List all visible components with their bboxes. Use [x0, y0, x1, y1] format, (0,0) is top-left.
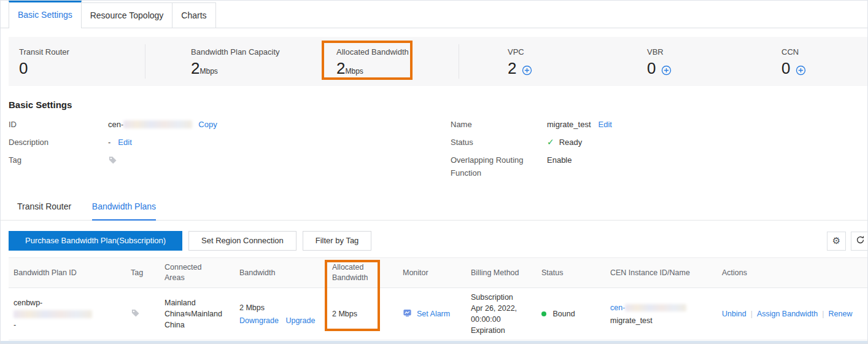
action-separator: | [751, 310, 753, 318]
set-region-connection-button[interactable]: Set Region Connection [188, 231, 296, 251]
col-cen-instance: CEN Instance ID/Name [610, 268, 722, 277]
settings-button[interactable]: ⚙ [827, 232, 846, 251]
bound-status-dot [541, 311, 546, 316]
col-tag: Tag [131, 268, 165, 277]
stat-label: Allocated Bandwidth [336, 47, 409, 57]
add-vbr-icon[interactable] [661, 65, 672, 76]
status-value: Ready [559, 136, 583, 149]
assign-bandwidth-link[interactable]: Assign Bandwidth [757, 310, 818, 318]
cen-instance-id-link[interactable]: cen- [610, 303, 625, 312]
cen-instance-cell: cen- migrate_test [610, 302, 722, 326]
row-tag-icon[interactable] [131, 308, 140, 318]
edit-name-link[interactable]: Edit [599, 118, 612, 131]
copy-id-link[interactable]: Copy [198, 118, 217, 131]
tab-basic-settings[interactable]: Basic Settings [9, 1, 82, 28]
stat-value: 0 [19, 60, 28, 77]
overlapping-routing-value: Enable [547, 154, 572, 179]
basic-settings-heading: Basic Settings [9, 100, 867, 110]
id-label: ID [9, 118, 108, 131]
bandwidth-value: 2 Mbps [239, 302, 326, 313]
col-actions: Actions [722, 268, 867, 277]
status-label: Status [451, 136, 547, 149]
description-value: - [108, 136, 110, 149]
billing-line: Subscription [471, 292, 535, 303]
bandwidth-plans-toolbar: Purchase Bandwidth Plan(Subscription) Se… [9, 231, 867, 251]
bandwidth-cell: 2 Mbps Downgrade Upgrade [239, 302, 332, 326]
description-label: Description [9, 136, 108, 149]
stat-value: 0 [781, 60, 790, 77]
stat-value: 2 [508, 60, 516, 77]
row-tag-cell [131, 308, 165, 319]
ready-check-icon: ✓ [547, 136, 554, 149]
col-connected-areas: Connected Areas [165, 262, 239, 283]
plan-id-redacted [14, 310, 92, 318]
stat-bandwidth-plan-capacity: Bandwidth Plan Capacity 2Mbps [191, 47, 280, 77]
monitor-chart-icon [403, 308, 417, 319]
cen-id-redacted [625, 304, 686, 311]
subtab-bandwidth-plans[interactable]: Bandwidth Plans [92, 201, 156, 221]
billing-line: Apr 26, 2022, [471, 303, 535, 314]
bottom-edge-strip [1, 341, 867, 343]
unbind-link[interactable]: Unbind [722, 310, 746, 318]
basic-settings-details: ID cen- Copy Description - Edit Tag [9, 118, 867, 187]
id-value-redacted [123, 120, 192, 128]
tag-icon[interactable] [108, 155, 117, 165]
stat-value: 2 [191, 60, 200, 77]
action-separator: | [822, 310, 824, 318]
billing-line: 00:00:00 [471, 314, 535, 325]
filter-by-tag-button[interactable]: Filter by Tag [303, 231, 372, 251]
stats-divider [145, 44, 145, 79]
purchase-bandwidth-plan-button[interactable]: Purchase Bandwidth Plan(Subscription) [9, 231, 182, 251]
name-label: Name [451, 118, 547, 131]
set-alarm-link[interactable]: Set Alarm [403, 308, 465, 319]
stat-allocated-bandwidth: Allocated Bandwidth 2Mbps [336, 47, 409, 77]
stat-value: 0 [647, 60, 656, 77]
add-ccn-icon[interactable] [796, 65, 806, 76]
stat-unit: Mbps [345, 67, 363, 76]
downgrade-link[interactable]: Downgrade [239, 316, 279, 325]
top-tab-bar: Basic Settings Resource Topology Charts [1, 1, 867, 28]
stat-unit: Mbps [200, 67, 217, 76]
stat-label: Transit Router [19, 47, 69, 57]
plan-id-dash: - [14, 319, 125, 330]
stat-transit-router: Transit Router 0 [19, 47, 69, 77]
edit-description-link[interactable]: Edit [118, 136, 131, 149]
tab-charts[interactable]: Charts [172, 2, 215, 28]
col-monitor: Monitor [403, 268, 471, 277]
bandwidth-plans-table: Bandwidth Plan ID Tag Connected Areas Ba… [9, 257, 867, 340]
cen-instance-name: migrate_test [610, 315, 716, 326]
plan-id-cell: cenbwp- - [9, 297, 131, 330]
stat-value: 2 [336, 60, 345, 77]
stat-label: VPC [508, 47, 532, 57]
subtab-transit-router[interactable]: Transit Router [17, 201, 71, 219]
tag-label: Tag [9, 154, 108, 166]
name-value: migrate_test [547, 118, 591, 131]
monitor-cell: Set Alarm [403, 308, 471, 319]
status-row: Status ✓ Ready [451, 136, 856, 149]
stats-panel: Transit Router 0 Bandwidth Plan Capacity… [9, 37, 867, 86]
status-value: Bound [552, 310, 575, 318]
overlapping-routing-label: Overlapping Routing Function [451, 154, 547, 179]
name-row: Name migrate_test Edit [451, 118, 856, 131]
refresh-button[interactable] [851, 232, 868, 251]
col-bandwidth: Bandwidth [239, 268, 332, 277]
renew-link[interactable]: Renew [829, 310, 853, 318]
gear-icon: ⚙ [832, 237, 840, 246]
billing-method-cell: Subscription Apr 26, 2022, 00:00:00 Expi… [471, 292, 541, 336]
plan-id-prefix: cenbwp- [14, 297, 125, 308]
allocated-bandwidth-cell: 2 Mbps [332, 310, 403, 318]
actions-cell: Unbind|Assign Bandwidth|Renew [722, 310, 867, 318]
stat-ccn: CCN 0 [781, 47, 806, 77]
id-row: ID cen- Copy [9, 118, 438, 131]
tag-row: Tag [9, 154, 438, 166]
connected-areas-cell: Mainland China⇋Mainland China [165, 297, 239, 330]
stat-vbr: VBR 0 [647, 47, 672, 77]
add-vpc-icon[interactable] [522, 65, 532, 76]
tab-resource-topology[interactable]: Resource Topology [82, 2, 173, 28]
refresh-icon [856, 235, 865, 246]
table-header-row: Bandwidth Plan ID Tag Connected Areas Ba… [9, 257, 867, 288]
stat-vpc: VPC 2 [508, 47, 532, 77]
col-status: Status [541, 268, 610, 277]
description-row: Description - Edit [9, 136, 438, 149]
upgrade-link[interactable]: Upgrade [285, 316, 315, 325]
